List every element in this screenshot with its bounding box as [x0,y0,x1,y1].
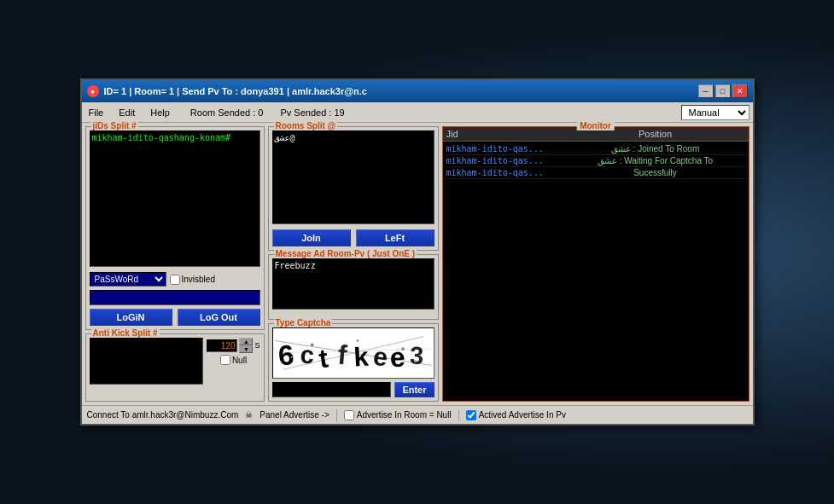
monitor-jid-0: mikham-idito-qas... [446,144,566,154]
captcha-image: 6 c t f k e e 3 [272,327,434,379]
monitor-pos-1: Waiting For Captcha To : عشق [566,156,745,165]
svg-text:k: k [353,342,370,373]
status-bar: Connect To amlr.hack3r@Nimbuzz.Com ☠ Pan… [82,405,753,424]
maximize-button[interactable]: □ [715,84,731,98]
spinner-arrows: ▲ ▼ [239,338,253,353]
anti-kick-title: Anti Kick Split # [91,328,160,338]
left-button[interactable]: LeFt [356,229,434,246]
join-button[interactable]: JoIn [272,229,351,246]
anti-kick-group: Anti Kick Split # 120 ▲ ▼ S [85,333,265,402]
advertise-pv-checkbox[interactable] [466,410,476,420]
null-check: Null [220,355,247,365]
logout-button[interactable]: LoG Out [178,309,260,326]
monitor-col-jid: Jid [446,129,566,139]
monitor-title: Monitor [576,121,615,130]
monitor-pos-0: Joined To Room : عشق [566,144,745,154]
room-sended-stat: Room Sended : 0 [190,107,264,118]
advertise-room-label: Advertise In Room = Null [357,410,452,420]
status-divider-2 [458,409,459,421]
id-row: PaSsWoRd Invisbled [90,272,260,287]
connect-text: Connect To amlr.hack3r@Nimbuzz.Com [87,410,239,420]
rooms-group: Rooms Split @ عشق@ JoIn LeFt [268,126,439,251]
login-button[interactable]: LoGiN [90,309,172,326]
rooms-textarea[interactable]: عشق@ [272,130,434,224]
null-checkbox[interactable] [220,355,230,365]
pv-sended-stat: Pv Sended : 19 [280,107,344,118]
table-row: mikham-idito-qas... Waiting For Captcha … [445,155,747,167]
title-bar: ● ID= 1 | Room= 1 | Send Pv To : donya39… [82,80,753,102]
anti-kick-textarea[interactable] [90,338,204,385]
captcha-svg: 6 c t f k e e 3 [273,328,434,378]
monitor-jid-2: mikham-idito-qas... [446,168,566,177]
svg-text:e: e [388,341,405,373]
window-icon: ● [87,85,99,97]
svg-point-15 [290,356,292,358]
anti-kick-inner: 120 ▲ ▼ S Null [90,338,260,385]
table-row: mikham-idito-qas... Sucessfully [445,167,747,179]
spinner-up[interactable]: ▲ [239,338,253,345]
menu-right: Manual Auto [681,105,749,120]
invisible-checkbox[interactable] [170,275,180,285]
captcha-input-row: Enter [272,382,434,397]
password-input[interactable] [90,290,260,305]
svg-text:6: 6 [277,339,296,372]
menu-help[interactable]: Help [147,106,173,119]
jids-group: jiDs Split # mikham-idito-qashang-konam#… [85,126,265,330]
advertise-pv-label: Actived Advertise In Pv [479,410,566,420]
message-group: Message Ad Room-Pv ( Just OnE ) Freebuzz [268,254,439,320]
window-title: ID= 1 | Room= 1 | Send Pv To : donya391 … [104,86,367,96]
advertise-room-item: Advertise In Room = Null [344,410,452,420]
captcha-group: Type Captcha 6 c t f k e [268,323,439,402]
skull-icon: ☠ [245,410,253,420]
timer-unit: S [254,341,260,350]
enter-button[interactable]: Enter [394,382,434,397]
captcha-title: Type Captcha [274,318,333,327]
middle-panel: Rooms Split @ عشق@ JoIn LeFt Message Ad … [268,126,439,402]
status-divider-1 [336,409,337,421]
invisible-label: Invisbled [182,275,215,284]
svg-point-13 [356,339,359,342]
svg-point-14 [401,347,405,350]
title-bar-left: ● ID= 1 | Room= 1 | Send Pv To : donya39… [87,85,367,97]
close-button[interactable]: ✕ [732,84,748,98]
monitor-rows: mikham-idito-qas... Joined To Room : عشق… [443,142,749,181]
captcha-input[interactable] [272,382,392,397]
svg-point-12 [310,343,313,346]
table-row: mikham-idito-qas... Joined To Room : عشق [445,143,747,155]
mode-select[interactable]: Manual Auto [681,105,749,120]
monitor-pos-2: Sucessfully [566,168,745,177]
title-buttons: ─ □ ✕ [698,84,748,98]
minimize-button[interactable]: ─ [698,84,714,98]
invisible-check: Invisbled [170,275,215,285]
null-label: Null [232,356,247,365]
timer-input[interactable]: 120 [207,339,237,352]
monitor-jid-1: mikham-idito-qas... [446,156,566,165]
join-leave-row: JoIn LeFt [272,229,434,246]
advertise-pv-item: Actived Advertise In Pv [466,410,566,420]
id-combo[interactable]: PaSsWoRd [90,272,166,287]
svg-text:c: c [299,341,316,369]
svg-point-16 [414,360,417,362]
main-window: ● ID= 1 | Room= 1 | Send Pv To : donya39… [80,78,755,426]
spinner-down[interactable]: ▼ [239,345,253,353]
rooms-title: Rooms Split @ [274,121,338,130]
advertise-room-checkbox[interactable] [344,410,354,420]
panel-advertise-text: Panel Advertise -> [260,410,329,420]
message-title: Message Ad Room-Pv ( Just OnE ) [274,249,417,258]
spinner-group: 120 ▲ ▼ S Null [207,338,260,365]
main-content: jiDs Split # mikham-idito-qashang-konam#… [82,123,753,405]
jids-title: jiDs Split # [91,121,138,130]
svg-text:3: 3 [409,342,423,370]
left-panel: jiDs Split # mikham-idito-qashang-konam#… [85,126,265,402]
monitor-panel: Monitor Jid Position mikham-idito-qas...… [442,126,749,402]
message-textarea[interactable]: Freebuzz [272,258,434,310]
login-btn-row: LoGiN LoG Out [90,309,260,326]
menu-file[interactable]: File [85,106,108,119]
jids-textarea[interactable]: mikham-idito-qashang-konam# [90,130,260,267]
menu-bar: File Edit Help Room Sended : 0 Pv Sended… [82,102,753,123]
menu-edit[interactable]: Edit [115,106,138,119]
